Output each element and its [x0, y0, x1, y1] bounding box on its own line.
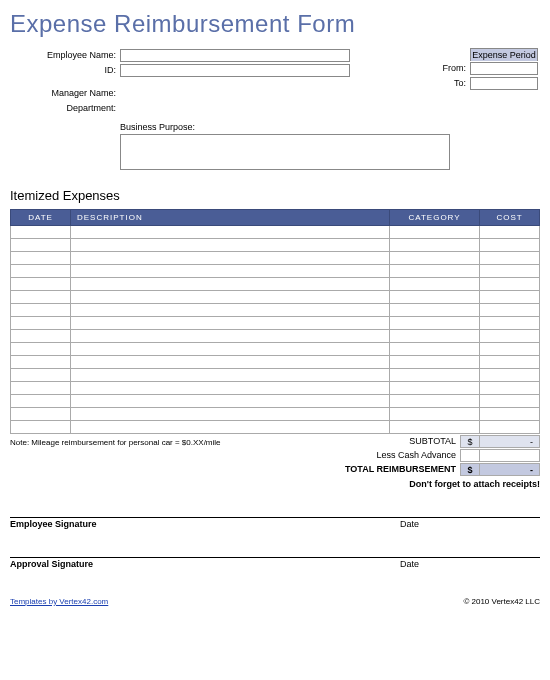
table-row [11, 317, 540, 330]
table-cell[interactable] [480, 395, 540, 408]
table-cell[interactable] [11, 343, 71, 356]
table-cell[interactable] [390, 265, 480, 278]
department-input[interactable] [120, 102, 350, 115]
subtotal-value: - [480, 435, 540, 448]
table-cell[interactable] [71, 226, 390, 239]
table-cell[interactable] [11, 304, 71, 317]
table-cell[interactable] [390, 408, 480, 421]
table-cell[interactable] [480, 226, 540, 239]
table-cell[interactable] [11, 382, 71, 395]
col-date: DATE [11, 210, 71, 226]
business-purpose-input[interactable] [120, 134, 450, 170]
table-cell[interactable] [11, 421, 71, 434]
table-cell[interactable] [71, 395, 390, 408]
table-cell[interactable] [390, 291, 480, 304]
table-cell[interactable] [390, 252, 480, 265]
total-reimbursement-currency: $ [460, 463, 480, 476]
table-cell[interactable] [390, 421, 480, 434]
table-cell[interactable] [390, 304, 480, 317]
employee-name-label: Employee Name: [10, 50, 120, 60]
to-input[interactable] [470, 77, 538, 90]
table-cell[interactable] [11, 317, 71, 330]
table-cell[interactable] [71, 252, 390, 265]
signature-section: Employee Signature Date Approval Signatu… [10, 517, 540, 569]
table-cell[interactable] [390, 343, 480, 356]
table-cell[interactable] [71, 239, 390, 252]
table-cell[interactable] [480, 356, 540, 369]
table-cell[interactable] [390, 369, 480, 382]
approval-signature-date-label: Date [400, 559, 540, 569]
employee-name-input[interactable] [120, 49, 350, 62]
mileage-note: Note: Mileage reimbursement for personal… [10, 434, 290, 489]
table-cell[interactable] [71, 382, 390, 395]
table-cell[interactable] [11, 278, 71, 291]
table-cell[interactable] [480, 369, 540, 382]
table-cell[interactable] [480, 408, 540, 421]
table-cell[interactable] [71, 265, 390, 278]
expense-table: DATE DESCRIPTION CATEGORY COST [10, 209, 540, 434]
id-label: ID: [10, 65, 120, 75]
employee-info-column: Employee Name: ID: Manager Name: Departm… [10, 48, 350, 116]
table-cell[interactable] [71, 330, 390, 343]
table-cell[interactable] [480, 421, 540, 434]
table-cell[interactable] [390, 382, 480, 395]
table-cell[interactable] [11, 356, 71, 369]
expense-period-header: Expense Period [470, 48, 538, 61]
form-title: Expense Reimbursement Form [10, 10, 540, 38]
table-cell[interactable] [71, 304, 390, 317]
totals-block: SUBTOTAL $ - Less Cash Advance TOTAL REI… [292, 434, 540, 489]
table-cell[interactable] [11, 408, 71, 421]
table-cell[interactable] [71, 343, 390, 356]
table-cell[interactable] [390, 395, 480, 408]
table-cell[interactable] [71, 356, 390, 369]
table-cell[interactable] [71, 421, 390, 434]
table-cell[interactable] [480, 343, 540, 356]
table-cell[interactable] [71, 369, 390, 382]
table-row [11, 226, 540, 239]
table-cell[interactable] [480, 304, 540, 317]
total-reimbursement-label: TOTAL REIMBURSEMENT [292, 464, 460, 474]
templates-link[interactable]: Templates by Vertex42.com [10, 597, 108, 606]
table-cell[interactable] [71, 278, 390, 291]
receipts-reminder: Don't forget to attach receipts! [292, 479, 540, 489]
table-cell[interactable] [480, 278, 540, 291]
table-cell[interactable] [390, 278, 480, 291]
table-cell[interactable] [480, 382, 540, 395]
table-cell[interactable] [390, 239, 480, 252]
table-cell[interactable] [71, 317, 390, 330]
table-cell[interactable] [11, 265, 71, 278]
table-cell[interactable] [480, 265, 540, 278]
copyright: © 2010 Vertex42 LLC [463, 597, 540, 606]
table-cell[interactable] [11, 369, 71, 382]
table-cell[interactable] [11, 291, 71, 304]
table-row [11, 343, 540, 356]
subtotal-label: SUBTOTAL [292, 436, 460, 446]
from-input[interactable] [470, 62, 538, 75]
table-cell[interactable] [480, 252, 540, 265]
table-cell[interactable] [480, 291, 540, 304]
table-cell[interactable] [11, 330, 71, 343]
approval-signature-label: Approval Signature [10, 559, 400, 569]
id-input[interactable] [120, 64, 350, 77]
table-cell[interactable] [390, 356, 480, 369]
table-cell[interactable] [11, 239, 71, 252]
table-cell[interactable] [71, 408, 390, 421]
table-cell[interactable] [390, 330, 480, 343]
manager-name-input[interactable] [120, 87, 350, 100]
table-cell[interactable] [390, 226, 480, 239]
table-cell[interactable] [11, 252, 71, 265]
table-row [11, 408, 540, 421]
table-cell[interactable] [480, 239, 540, 252]
table-cell[interactable] [390, 317, 480, 330]
employee-signature-label: Employee Signature [10, 519, 400, 529]
less-cash-currency [460, 449, 480, 462]
table-cell[interactable] [480, 330, 540, 343]
table-cell[interactable] [11, 395, 71, 408]
footer: Templates by Vertex42.com © 2010 Vertex4… [10, 597, 540, 606]
table-cell[interactable] [71, 291, 390, 304]
col-description: DESCRIPTION [71, 210, 390, 226]
table-cell[interactable] [11, 226, 71, 239]
less-cash-value[interactable] [480, 449, 540, 462]
table-row [11, 421, 540, 434]
table-cell[interactable] [480, 317, 540, 330]
